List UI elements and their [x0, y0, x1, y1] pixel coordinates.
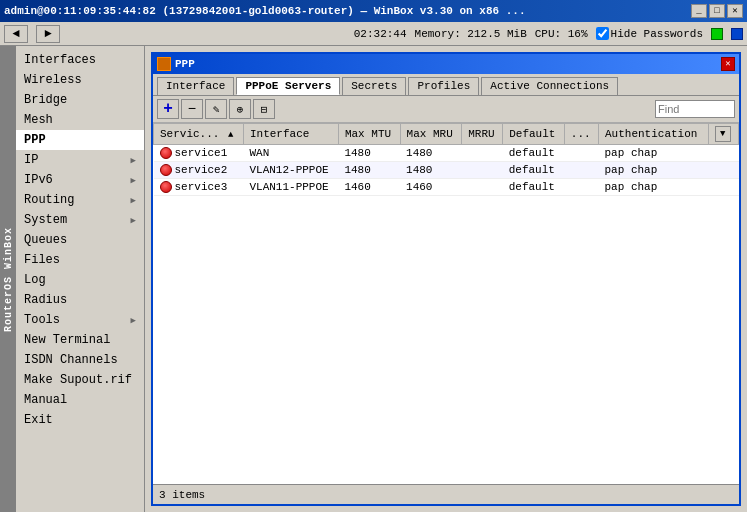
- cpu-display: CPU: 16%: [535, 28, 588, 40]
- title-bar-controls: _ □ ✕: [691, 4, 743, 18]
- sidebar-item-tools[interactable]: Tools ▶: [16, 310, 144, 330]
- sidebar-label-queues: Queues: [24, 233, 67, 247]
- table-header-row: Servic... ▲ Interface Max MTU Max MRU MR…: [154, 124, 739, 145]
- sidebar-item-wireless[interactable]: Wireless: [16, 70, 144, 90]
- add-button[interactable]: +: [157, 99, 179, 119]
- sidebar-label-interfaces: Interfaces: [24, 53, 96, 67]
- sidebar-item-new-terminal[interactable]: New Terminal: [16, 330, 144, 350]
- cell-max-mru: 1480: [400, 145, 462, 162]
- hide-passwords-checkbox[interactable]: [596, 27, 609, 40]
- tab-secrets[interactable]: Secrets: [342, 77, 406, 95]
- cell-max-mtu: 1460: [338, 179, 400, 196]
- sidebar-item-interfaces[interactable]: Interfaces: [16, 50, 144, 70]
- sidebar-item-exit[interactable]: Exit: [16, 410, 144, 430]
- cell-mrru: [462, 179, 503, 196]
- menu-bar: ◄ ► 02:32:44 Memory: 212.5 MiB CPU: 16% …: [0, 22, 747, 46]
- back-button[interactable]: ◄: [4, 25, 28, 43]
- sidebar-label-bridge: Bridge: [24, 93, 67, 107]
- cell-service: service3: [154, 179, 244, 196]
- forward-button[interactable]: ►: [36, 25, 60, 43]
- ppp-window: PPP ✕ Interface PPPoE Servers Secrets Pr…: [151, 52, 741, 506]
- sidebar-item-system[interactable]: System ▶: [16, 210, 144, 230]
- cell-extra: [564, 179, 598, 196]
- sidebar-item-files[interactable]: Files: [16, 250, 144, 270]
- sidebar-item-mesh[interactable]: Mesh: [16, 110, 144, 130]
- cell-service: service2: [154, 162, 244, 179]
- table-row[interactable]: service3 VLAN11-PPPOE 1460 1460 default …: [154, 179, 739, 196]
- sidebar-label-wireless: Wireless: [24, 73, 82, 87]
- cell-empty: [708, 145, 738, 162]
- col-interface: Interface: [243, 124, 338, 145]
- service-icon: [160, 147, 172, 159]
- cell-default: default: [503, 145, 565, 162]
- sidebar-item-ip[interactable]: IP ▶: [16, 150, 144, 170]
- ppp-window-icon: [157, 57, 171, 71]
- cell-default: default: [503, 179, 565, 196]
- sidebar-item-isdn[interactable]: ISDN Channels: [16, 350, 144, 370]
- tab-profiles[interactable]: Profiles: [408, 77, 479, 95]
- cell-default: default: [503, 162, 565, 179]
- sidebar-label-system: System: [24, 213, 67, 227]
- col-mrru: MRRU: [462, 124, 503, 145]
- sidebar-label-routing: Routing: [24, 193, 74, 207]
- cell-extra: [564, 145, 598, 162]
- title-bar: admin@00:11:09:35:44:82 (13729842001-gol…: [0, 0, 747, 22]
- sidebar-label-log: Log: [24, 273, 46, 287]
- find-input[interactable]: [655, 100, 735, 118]
- edit-button[interactable]: ✎: [205, 99, 227, 119]
- ppp-close-button[interactable]: ✕: [721, 57, 735, 71]
- sidebar-item-ppp[interactable]: PPP: [16, 130, 144, 150]
- cell-mrru: [462, 162, 503, 179]
- table-row[interactable]: service1 WAN 1480 1480 default pap chap: [154, 145, 739, 162]
- column-dropdown-button[interactable]: ▼: [715, 126, 731, 142]
- arrow-icon: ▶: [131, 175, 136, 186]
- cell-extra: [564, 162, 598, 179]
- sidebar-item-queues[interactable]: Queues: [16, 230, 144, 250]
- sidebar-item-manual[interactable]: Manual: [16, 390, 144, 410]
- cell-mrru: [462, 145, 503, 162]
- memory-display: Memory: 212.5 MiB: [415, 28, 527, 40]
- sidebar-items: Interfaces Wireless Bridge Mesh PPP IP ▶…: [16, 50, 144, 430]
- sidebar-item-log[interactable]: Log: [16, 270, 144, 290]
- sidebar-label-isdn: ISDN Channels: [24, 353, 118, 367]
- sidebar-item-ipv6[interactable]: IPv6 ▶: [16, 170, 144, 190]
- arrow-icon: ▶: [131, 195, 136, 206]
- close-button[interactable]: ✕: [727, 4, 743, 18]
- tab-active-connections[interactable]: Active Connections: [481, 77, 618, 95]
- sidebar-label-files: Files: [24, 253, 60, 267]
- service-icon: [160, 181, 172, 193]
- tab-bar: Interface PPPoE Servers Secrets Profiles…: [153, 74, 739, 96]
- sidebar-item-routing[interactable]: Routing ▶: [16, 190, 144, 210]
- minimize-button[interactable]: _: [691, 4, 707, 18]
- maximize-button[interactable]: □: [709, 4, 725, 18]
- remove-button[interactable]: −: [181, 99, 203, 119]
- arrow-icon: ▶: [131, 155, 136, 166]
- tab-pppoe-servers[interactable]: PPPoE Servers: [236, 77, 340, 95]
- arrow-icon: ▶: [131, 215, 136, 226]
- sidebar-label-supout: Make Supout.rif: [24, 373, 132, 387]
- status-blue-indicator: [731, 28, 743, 40]
- hide-passwords-label: Hide Passwords: [611, 28, 703, 40]
- cell-authentication: pap chap: [599, 145, 709, 162]
- sidebar-label-new-terminal: New Terminal: [24, 333, 110, 347]
- sidebar-item-supout[interactable]: Make Supout.rif: [16, 370, 144, 390]
- filter-button[interactable]: ⊟: [253, 99, 275, 119]
- sidebar-item-bridge[interactable]: Bridge: [16, 90, 144, 110]
- sidebar-item-radius[interactable]: Radius: [16, 290, 144, 310]
- cell-interface: VLAN12-PPPOE: [243, 162, 338, 179]
- sidebar-label-ipv6: IPv6: [24, 173, 53, 187]
- find-box: [655, 100, 735, 118]
- tab-interface[interactable]: Interface: [157, 77, 234, 95]
- sidebar-label-exit: Exit: [24, 413, 53, 427]
- service-icon: [160, 164, 172, 176]
- sidebar-label-tools: Tools: [24, 313, 60, 327]
- cell-authentication: pap chap: [599, 179, 709, 196]
- cell-max-mtu: 1480: [338, 162, 400, 179]
- col-service[interactable]: Servic... ▲: [154, 124, 244, 145]
- table-row[interactable]: service2 VLAN12-PPPOE 1480 1480 default …: [154, 162, 739, 179]
- col-max-mtu: Max MTU: [338, 124, 400, 145]
- cell-max-mru: 1480: [400, 162, 462, 179]
- copy-button[interactable]: ⊕: [229, 99, 251, 119]
- cell-service: service1: [154, 145, 244, 162]
- hide-passwords-option[interactable]: Hide Passwords: [596, 27, 703, 40]
